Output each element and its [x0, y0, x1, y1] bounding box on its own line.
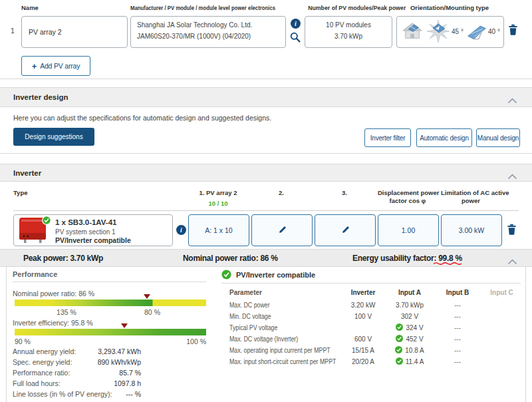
- inverter-filter-button[interactable]: Inverter filter: [364, 128, 411, 147]
- inverter-summary-bar: Peak power: 3.70 kWp Nominal power ratio…: [0, 249, 532, 267]
- inverter-selector[interactable]: 1 x SB3.0-1AV-41 PV system section 1 PV/…: [13, 214, 173, 246]
- nominal-ratio-summary: Nominal power ratio: 86 %: [183, 254, 278, 263]
- collapse-chevron-icon[interactable]: [507, 170, 517, 182]
- bar2-tick-100: 100 %: [180, 337, 206, 345]
- pv-array-name-box: [21, 16, 128, 48]
- azimuth-value: 45 °: [452, 28, 464, 35]
- col-header-array1: 1. PV array 2: [188, 189, 248, 197]
- compat-row: Max. DC power 3.20 kW 3.70 kWp ---: [229, 300, 525, 310]
- compat-row: Typical PV voltage 324 V ---: [229, 322, 525, 333]
- pv-module-selector[interactable]: Shanghai JA Solar Technology Co. Ltd. JA…: [130, 16, 286, 48]
- bar1-tick-80: 80 %: [136, 308, 169, 316]
- array3-edit-box[interactable]: [315, 214, 376, 246]
- collapse-chevron-icon[interactable]: [507, 256, 517, 268]
- pencil-icon: [278, 226, 287, 236]
- ac-limit-value: 3.00 kW: [459, 226, 485, 234]
- array1-string-count: 10 / 10: [188, 200, 248, 208]
- stat-value: 85.7 %: [86, 369, 141, 377]
- col-header-cosphi: Displacement powerfactor cos φ: [378, 189, 438, 205]
- stat-value: 1097.8 h: [86, 379, 141, 387]
- tilt-panel-icon: [466, 23, 487, 44]
- performance-title: Performance: [13, 270, 57, 278]
- module-line: JAM60S20-370/MR (1000V) (04/2020): [137, 33, 251, 40]
- orientation-box[interactable]: 45 ° 40 °: [396, 16, 504, 48]
- inverter-design-header[interactable]: Inverter design: [0, 87, 532, 107]
- pv-array-name-input[interactable]: [22, 17, 127, 47]
- bar1-marker: [144, 294, 150, 299]
- collapse-chevron-icon[interactable]: [507, 95, 517, 106]
- col-header-orientation: Orientation/Mounting type: [396, 4, 503, 11]
- inverter-info-icon[interactable]: i: [176, 225, 186, 235]
- nominal-power-ratio-bar: [15, 300, 206, 306]
- stat-label: Performance ratio:: [13, 369, 70, 377]
- check-icon: [396, 335, 403, 343]
- roof-house-icon: [401, 20, 424, 45]
- cos-phi-box[interactable]: 1.00: [378, 214, 439, 246]
- red-squiggle-underline: [433, 262, 462, 265]
- cos-phi-value: 1.00: [402, 226, 415, 234]
- col-header-manufacturer: Manufacturer / PV module / module level …: [130, 4, 275, 11]
- array2-edit-box[interactable]: [251, 214, 313, 246]
- compat-row: Max. DC voltage (Inverter) 600 V 452 V -…: [229, 333, 525, 344]
- check-icon: [396, 357, 403, 366]
- row-index: 1: [11, 27, 15, 35]
- bar2-tick-90: 90 %: [15, 337, 31, 345]
- plus-icon: +: [32, 61, 37, 71]
- bar2-label: Inverter efficiency: 95.8 %: [13, 319, 93, 327]
- col-header-name: Name: [21, 4, 39, 11]
- automatic-design-button[interactable]: Automatic design: [416, 128, 472, 147]
- add-pv-array-label: Add PV array: [40, 62, 80, 70]
- inverter-design-description: Here you can adjust the specifications f…: [13, 114, 271, 122]
- compatibility-status: PV/Inverter compatible: [55, 236, 131, 244]
- stat-value: 890 kWh/kWp: [86, 358, 141, 366]
- modules-count: 10 PV modules: [305, 21, 392, 29]
- check-icon: [395, 346, 402, 355]
- pencil-icon: [341, 226, 350, 236]
- module-info-icon[interactable]: i: [291, 19, 301, 29]
- modules-count-box[interactable]: 10 PV modules 3.70 kWp: [305, 16, 392, 48]
- bar2-marker: [121, 323, 128, 328]
- stat-value: 3,293.47 kWh: [86, 347, 141, 355]
- compat-row: Min. DC voltage 100 V 302 V ---: [229, 311, 525, 321]
- tilt-value: 40 °: [488, 28, 500, 35]
- add-pv-array-button[interactable]: + Add PV array: [21, 56, 90, 76]
- peak-power: 3.70 kWp: [305, 33, 392, 40]
- compat-header-row: Parameter Inverter Input A Input B Input…: [229, 287, 525, 298]
- compatible-check-icon: [221, 270, 231, 282]
- manual-design-button[interactable]: Manual design: [476, 128, 520, 147]
- bar1-label: Nominal power ratio: 86 %: [13, 290, 94, 298]
- compat-row: Max. operating input current per MPPT 15…: [229, 345, 525, 355]
- col-header-modules: Number of PV modules/Peak power: [308, 4, 388, 11]
- energy-usability-summary: Energy usability factor: 99.8 %: [352, 254, 491, 263]
- col-header-array2: 2.: [251, 189, 311, 197]
- stat-value: --- %: [86, 390, 141, 398]
- bar1-tick-135: 135 %: [50, 308, 83, 316]
- inverter-name: 1 x SB3.0-1AV-41: [55, 218, 116, 226]
- inverter-header[interactable]: Inverter: [0, 164, 532, 182]
- pv-design-screen: Name Manufacturer / PV module / module l…: [0, 0, 532, 402]
- stat-label: Full load hours:: [13, 379, 61, 387]
- input-a-config-box[interactable]: A: 1 x 10: [188, 214, 249, 246]
- ac-limit-box[interactable]: 3.00 kW: [441, 214, 502, 246]
- peak-power-summary: Peak power: 3.70 kWp: [23, 254, 103, 263]
- stat-label: Spec. energy yield:: [13, 358, 72, 366]
- compat-row: Max. input short-circuit current per MPP…: [229, 356, 525, 367]
- input-a-config: A: 1 x 10: [205, 226, 232, 234]
- check-icon: [396, 323, 403, 332]
- delete-pv-array-icon[interactable]: [508, 24, 518, 38]
- col-header-ac-limit: Limitation of AC activepower: [441, 189, 501, 205]
- inverter-efficiency-bar: [15, 329, 206, 335]
- col-header-array3: 3.: [315, 189, 374, 197]
- col-header-type: Type: [13, 189, 27, 197]
- azimuth-compass-icon: [427, 20, 450, 45]
- manufacturer-line: Shanghai JA Solar Technology Co. Ltd.: [137, 21, 252, 29]
- pv-system-section: PV system section 1: [55, 228, 116, 236]
- inverter-title: Inverter: [13, 169, 41, 177]
- design-suggestions-button[interactable]: Design suggestions: [13, 128, 94, 146]
- delete-inverter-icon[interactable]: [507, 224, 517, 238]
- module-search-icon[interactable]: [290, 32, 301, 45]
- compatibility-title: PV/Inverter compatible: [236, 271, 315, 279]
- inverter-design-title: Inverter design: [13, 93, 68, 101]
- compatible-check-icon: [42, 216, 51, 228]
- stat-label: Annual energy yield:: [13, 347, 76, 355]
